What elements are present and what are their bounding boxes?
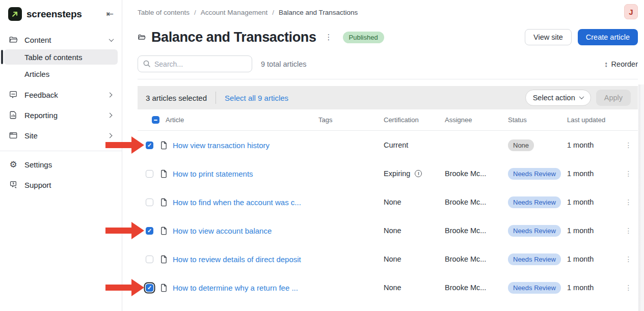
sidebar-item-table-of-contents[interactable]: Table of contents (4, 49, 118, 65)
row-kebab-icon[interactable]: ⋮ (619, 227, 638, 235)
sidebar-item-label: Feedback (24, 91, 58, 99)
article-link[interactable]: How to print statements (173, 169, 253, 178)
assignee-cell: Brooke Mc... (445, 169, 508, 178)
published-badge: Published (343, 32, 384, 43)
last-updated-cell: 1 month (567, 284, 619, 292)
table-row: How to find when the account was c... No… (138, 188, 638, 216)
assignee-cell: Brooke Mc... (445, 198, 508, 206)
breadcrumb-table-of-contents[interactable]: Table of contents (138, 9, 190, 16)
row-checkbox[interactable] (146, 170, 153, 178)
folder-icon (9, 35, 18, 44)
status-cell: Needs Review (508, 196, 567, 208)
sidebar-item-settings[interactable]: ⚙ Settings (4, 156, 118, 173)
table-header-row: Article Tags Certification Assignee Stat… (138, 109, 638, 131)
column-header-tags: Tags (318, 116, 384, 124)
article-link[interactable]: How view transaction history (173, 141, 270, 150)
sidebar-item-articles[interactable]: Articles (4, 66, 118, 81)
row-kebab-icon[interactable]: ⋮ (619, 255, 638, 263)
row-checkbox[interactable] (146, 284, 153, 292)
sidebar-item-reporting[interactable]: Reporting (4, 107, 118, 123)
sidebar-item-label: Site (24, 131, 38, 140)
article-doc-icon (160, 284, 168, 292)
feedback-icon (9, 90, 18, 99)
search-input[interactable] (138, 55, 252, 72)
status-cell: Needs Review (508, 225, 567, 237)
divider (138, 79, 638, 79)
chevron-down-icon (579, 94, 584, 99)
status-badge: Needs Review (508, 196, 561, 208)
article-link[interactable]: How to determine why a return fee ... (173, 284, 298, 292)
sidebar-item-feedback[interactable]: Feedback (4, 87, 118, 103)
certification-cell: Expiring ! (384, 169, 445, 178)
row-kebab-icon[interactable]: ⋮ (619, 141, 638, 149)
article-link[interactable]: How to review details of direct deposit (173, 255, 301, 264)
table-body: How view transaction history Current ! N… (138, 131, 638, 302)
reorder-button[interactable]: ↕ Reorder (604, 60, 638, 68)
selection-bar: 3 articles selected Select all 9 article… (138, 86, 638, 109)
sidebar-item-label: Settings (24, 160, 52, 169)
scrollbar-track[interactable] (638, 84, 644, 311)
row-kebab-icon[interactable]: ⋮ (619, 198, 638, 206)
row-checkbox[interactable] (146, 256, 153, 263)
gear-icon: ⚙ (9, 160, 18, 169)
reorder-updown-icon: ↕ (604, 60, 608, 68)
status-badge: Needs Review (508, 282, 561, 294)
chapter-folder-icon (138, 33, 146, 41)
chevron-right-icon (108, 112, 113, 118)
sidebar-divider (0, 151, 122, 151)
article-link[interactable]: How to find when the account was c... (173, 198, 301, 207)
row-checkbox[interactable] (146, 227, 153, 235)
select-action-dropdown[interactable]: Select action (525, 90, 591, 106)
row-kebab-icon[interactable]: ⋮ (619, 169, 638, 178)
sidebar-item-label: Reporting (24, 111, 58, 120)
page-header: Balance and Transactions ⋮ Published Vie… (138, 27, 638, 47)
sidebar-item-content[interactable]: Content (4, 32, 118, 48)
selected-count: 3 articles selected (146, 94, 207, 102)
sidebar-footer-nav: ⚙ Settings Support (0, 156, 122, 193)
total-articles-count: 9 total articles (261, 60, 306, 68)
sidebar-item-label: Content (24, 36, 51, 44)
article-doc-icon (160, 169, 168, 178)
avatar[interactable]: J (624, 4, 638, 19)
create-article-button[interactable]: Create article (578, 29, 638, 45)
status-cell: Needs Review (508, 282, 567, 294)
status-badge: Needs Review (508, 253, 561, 265)
toolbar: 9 total articles ↕ Reorder (138, 55, 638, 72)
table-row: How to determine why a return fee ... No… (138, 273, 638, 302)
sidebar-item-site[interactable]: Site (4, 127, 118, 144)
logo-text: screensteps (26, 9, 82, 20)
row-kebab-icon[interactable]: ⋮ (619, 284, 638, 292)
row-checkbox[interactable] (146, 142, 153, 149)
sidebar-item-label: Articles (24, 70, 49, 78)
sidebar-item-label: Table of contents (24, 53, 82, 62)
table-row: How to print statements Expiring ! Brook… (138, 159, 638, 188)
breadcrumb-account-management[interactable]: Account Management (201, 9, 267, 16)
sidebar-item-support[interactable]: Support (4, 177, 118, 193)
certification-cell: None ! (384, 198, 445, 206)
certification-cell: Current ! (384, 141, 445, 149)
select-all-checkbox[interactable] (152, 116, 159, 124)
sidebar-nav: Content Table of contents Articles Feedb… (0, 32, 122, 144)
status-badge: None (508, 139, 534, 151)
search-icon (143, 60, 151, 68)
title-kebab-icon[interactable]: ⋮ (325, 33, 333, 42)
page-title: Balance and Transactions (151, 30, 316, 45)
table-row: How to view account balance None ! Brook… (138, 216, 638, 245)
select-all-link[interactable]: Select all 9 articles (225, 94, 288, 102)
certification-cell: None ! (384, 255, 445, 263)
status-cell: Needs Review (508, 168, 567, 180)
apply-button[interactable]: Apply (596, 90, 631, 106)
last-updated-cell: 1 month (567, 198, 619, 206)
article-link[interactable]: How to view account balance (173, 227, 272, 235)
sidebar-item-label: Support (24, 181, 51, 189)
logo: screensteps ⇤ (0, 0, 122, 21)
sidebar-collapse-icon[interactable]: ⇤ (106, 10, 114, 18)
status-badge: Needs Review (508, 168, 561, 180)
breadcrumb-current: Balance and Transactions (279, 9, 358, 16)
view-site-button[interactable]: View site (525, 29, 572, 45)
table-row: How to review details of direct deposit … (138, 245, 638, 273)
row-checkbox[interactable] (146, 199, 153, 206)
column-header-assignee: Assignee (445, 116, 508, 124)
column-header-last-updated: Last updated (567, 116, 619, 124)
assignee-cell: Brooke Mc... (445, 255, 508, 263)
